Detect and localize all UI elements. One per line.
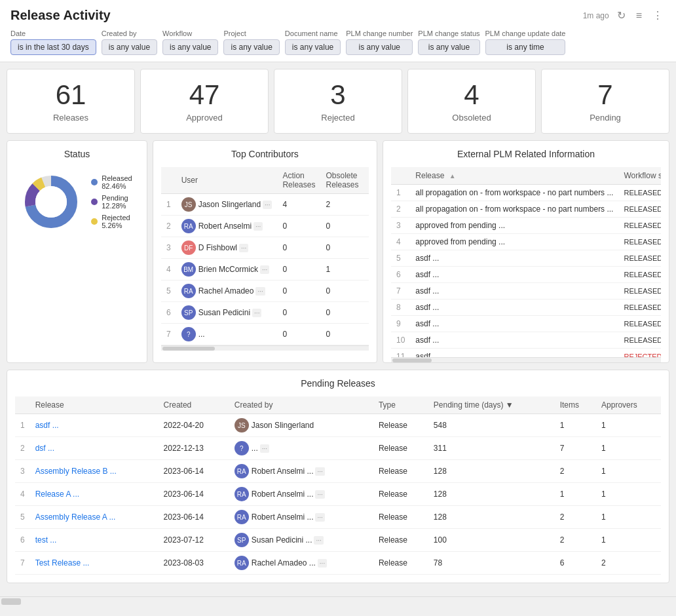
pending-release-name[interactable]: Release A ... (30, 483, 159, 506)
filter-group: PLM change statusis any value (418, 29, 479, 55)
plm-workflow-state: RELEASED (618, 185, 661, 201)
pending-release-name[interactable]: Test Release ... (30, 552, 159, 575)
filter-chip[interactable]: is any value (162, 39, 218, 55)
plm-card: External PLM Related Information Release… (383, 140, 669, 363)
pending-release-name[interactable]: Assembly Release A ... (30, 506, 159, 529)
pending-col-approvers: Approvers (596, 396, 661, 414)
user-more-btn[interactable]: ··· (315, 467, 324, 476)
creator-name: Jason Slingerland (252, 421, 314, 430)
pending-release-name[interactable]: test ... (30, 529, 159, 552)
user-more-btn[interactable]: ··· (239, 244, 248, 252)
user-more-btn[interactable]: ··· (260, 444, 269, 453)
plm-release-name: asdf ... (410, 349, 618, 358)
table-row: 5 Assembly Release A ... 2023-06-14 RA R… (15, 506, 661, 529)
legend-label: Pending12.28% (102, 194, 128, 210)
legend-label: Released82.46% (102, 174, 132, 190)
avatar: RA (235, 487, 249, 501)
user-more-btn[interactable]: ··· (314, 536, 323, 545)
pending-type: Release (373, 460, 428, 483)
bottom-scrollbar[interactable] (0, 596, 676, 606)
action-releases: 0 (277, 280, 320, 302)
pending-created: 2023-06-14 (159, 460, 229, 483)
avatar: RA (235, 510, 249, 524)
filter-chip[interactable]: is any value (102, 39, 157, 55)
row-rank: 5 (161, 280, 176, 302)
user-more-btn[interactable]: ··· (315, 513, 324, 522)
plm-workflow-state: RELEASED (618, 267, 661, 283)
filter-chip[interactable]: is any value (285, 39, 341, 55)
filter-chip[interactable]: is any value (418, 39, 479, 55)
plm-release-name: asdf ... (410, 332, 618, 349)
obsolete-releases: 1 (320, 259, 364, 280)
user-more-btn[interactable]: ··· (254, 222, 263, 231)
filter-label: Workflow (162, 29, 218, 37)
filter-group: PLM change update dateis any time (485, 29, 566, 55)
filter-label: Created by (102, 29, 157, 37)
obsolete-releases: 0 (320, 216, 364, 237)
filter-chip[interactable]: is any value (223, 39, 279, 55)
bottom-scrollbar-thumb (1, 598, 21, 605)
avatar: RA (235, 556, 249, 570)
refresh-button[interactable]: ↻ (614, 8, 628, 23)
plm-col-release[interactable]: Release ▲ (410, 167, 618, 185)
header: Release Activity 1m ago ↻ ≡ ⋮ Dateis in … (0, 0, 676, 62)
contributors-table-container[interactable]: User ActionReleases ObsoleteReleases Rej… (161, 167, 369, 345)
plm-row-rank: 11 (391, 349, 410, 358)
pending-approvers: 1 (596, 460, 661, 483)
user-name: Brien McCormick (198, 265, 258, 274)
table-row: 6 asdf ... RELEASED (391, 267, 661, 283)
user-more-btn[interactable]: ··· (252, 309, 261, 317)
pending-approvers: 1 (596, 414, 661, 437)
pending-days: 100 (428, 529, 555, 552)
contributors-scrollbar[interactable] (161, 345, 369, 351)
col-user: User (176, 167, 278, 194)
filter-chip[interactable]: is any value (346, 39, 413, 55)
pending-release-name[interactable]: dsf ... (30, 437, 159, 460)
pending-release-name[interactable]: asdf ... (30, 414, 159, 437)
user-name: Jason Slingerland (198, 200, 261, 209)
creator-name: Robert Anselmi ... (252, 490, 314, 499)
table-row: 5 asdf ... RELEASED (391, 250, 661, 267)
table-row: 5 RA Rachel Amadeo ··· 0 0 1 (161, 280, 369, 302)
pending-release-name[interactable]: Assembly Release B ... (30, 460, 159, 483)
avatar: RA (181, 284, 196, 298)
pending-approvers: 1 (596, 529, 661, 552)
reject-releases: 7 (364, 216, 369, 237)
stat-label: Releases (18, 113, 124, 123)
pending-items: 2 (555, 529, 596, 552)
user-more-btn[interactable]: ··· (315, 490, 324, 499)
pending-created-by: RA Rachel Amadeo ... ··· (229, 552, 373, 575)
obsolete-releases: 0 (320, 237, 364, 259)
plm-scrollbar[interactable] (391, 357, 661, 362)
filter-label: Date (10, 29, 96, 37)
user-cell: BM Brien McCormick ··· (176, 259, 278, 280)
row-rank: 1 (161, 194, 176, 216)
user-more-btn[interactable]: ··· (255, 287, 265, 296)
pending-col-days[interactable]: Pending time (days) ▼ (428, 396, 555, 414)
pending-table-container[interactable]: Release Created Created by Type Pending … (15, 396, 661, 575)
filter-group: Projectis any value (223, 29, 279, 55)
user-name: Robert Anselmi (198, 221, 252, 231)
reject-releases: 28 (364, 194, 369, 216)
plm-workflow-state: RELEASED (618, 218, 661, 234)
pending-created-by: RA Robert Anselmi ... ··· (229, 460, 373, 483)
more-options-button[interactable]: ⋮ (650, 8, 666, 23)
plm-workflow-state: RELEASED (618, 250, 661, 267)
user-more-btn[interactable]: ··· (263, 201, 272, 209)
plm-table-container[interactable]: Release ▲ Workflow state 1 all propagati… (391, 167, 661, 357)
creator-name: Robert Anselmi ... (252, 512, 314, 522)
plm-release-name: approved from pending ... (410, 234, 618, 250)
obsolete-releases: 2 (320, 194, 364, 216)
user-more-btn[interactable]: ··· (318, 559, 327, 568)
plm-release-name: all propagation on - from workspace - no… (410, 185, 618, 201)
stat-number: 3 (285, 80, 391, 110)
user-more-btn[interactable]: ··· (260, 265, 269, 274)
filter-chip[interactable]: is any time (485, 39, 566, 55)
pending-items: 6 (555, 552, 596, 575)
user-name: Rachel Amadeo (198, 286, 254, 296)
filter-icon[interactable]: ≡ (633, 9, 645, 23)
filter-chip[interactable]: is in the last 30 days (10, 39, 96, 55)
legend-item: Released82.46% (91, 174, 132, 190)
pending-days: 311 (428, 437, 555, 460)
action-releases: 0 (277, 216, 320, 237)
